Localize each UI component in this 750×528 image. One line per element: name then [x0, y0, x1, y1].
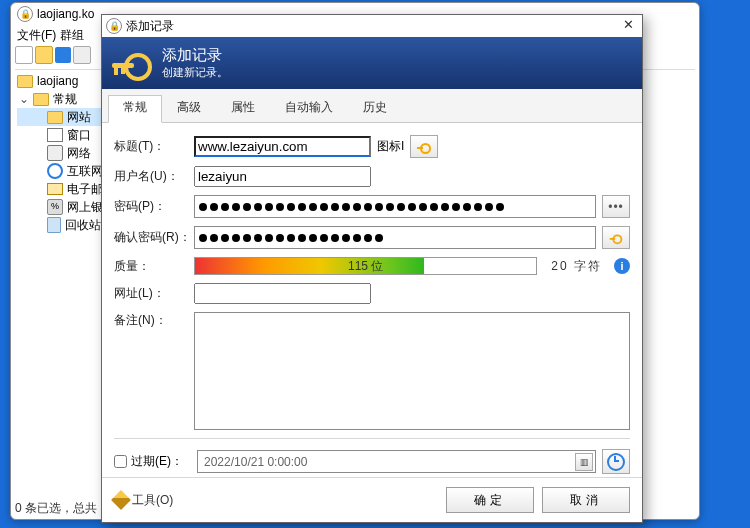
expire-presets-button[interactable]	[602, 449, 630, 474]
calendar-dropdown-icon[interactable]: ▥	[575, 453, 593, 471]
lock-icon: 🔒	[106, 18, 122, 34]
url-input[interactable]	[194, 283, 371, 304]
form-general: 标题(T)： 图标I 用户名(U)： 密码(P)： ••	[102, 123, 642, 477]
add-record-dialog: 🔒 添加记录 ✕ 添加记录 创建新记录。 常规 高级 属性 自动输入 历史 标题…	[101, 14, 643, 523]
new-icon[interactable]	[15, 46, 33, 64]
toolbar-icon[interactable]	[73, 46, 91, 64]
tools-button[interactable]: 工具(O)	[114, 492, 173, 509]
title-input[interactable]	[194, 136, 371, 157]
banner-title: 添加记录	[162, 46, 228, 65]
tab-history[interactable]: 历史	[348, 95, 402, 123]
username-input[interactable]	[194, 166, 371, 187]
window-icon	[47, 128, 63, 142]
expire-checkbox[interactable]	[114, 455, 127, 468]
label-password2: 确认密码(R)：	[114, 229, 194, 246]
menu-group[interactable]: 群组	[60, 27, 84, 44]
tab-advanced[interactable]: 高级	[162, 95, 216, 123]
tab-general[interactable]: 常规	[108, 95, 162, 123]
folder-icon	[47, 111, 63, 124]
percent-icon: %	[47, 199, 63, 215]
tab-props[interactable]: 属性	[216, 95, 270, 123]
folder-icon	[17, 75, 33, 88]
tabbar: 常规 高级 属性 自动输入 历史	[102, 89, 642, 123]
clock-icon	[607, 453, 625, 471]
label-user: 用户名(U)：	[114, 168, 194, 185]
cancel-button[interactable]: 取消	[542, 487, 630, 513]
choose-icon-button[interactable]	[410, 135, 438, 158]
notes-input[interactable]	[194, 312, 630, 430]
password-confirm-input[interactable]	[194, 226, 596, 249]
lock-icon: 🔒	[17, 6, 33, 22]
folder-icon	[33, 93, 49, 106]
trash-icon	[47, 217, 61, 233]
label-notes: 备注(N)：	[114, 312, 194, 329]
key-icon	[417, 140, 431, 154]
password2-dots	[199, 231, 386, 245]
mail-icon	[47, 183, 63, 195]
open-icon[interactable]	[35, 46, 53, 64]
tab-autotype[interactable]: 自动输入	[270, 95, 348, 123]
banner-subtitle: 创建新记录。	[162, 65, 228, 80]
key-icon	[112, 43, 152, 83]
expire-datetime[interactable]: 2022/10/21 0:00:00 ▥	[197, 450, 596, 473]
label-expire: 过期(E)：	[131, 453, 183, 470]
info-icon[interactable]: i	[614, 258, 630, 274]
label-password: 密码(P)：	[114, 198, 194, 215]
reveal-password-button[interactable]: •••	[602, 195, 630, 218]
menu-file[interactable]: 文件(F)	[17, 27, 56, 44]
password-input[interactable]	[194, 195, 596, 218]
dots-icon: •••	[608, 200, 624, 214]
close-button[interactable]: ✕	[618, 17, 638, 35]
password-dots	[199, 200, 507, 214]
network-icon	[47, 145, 63, 161]
label-icon: 图标I	[377, 138, 404, 155]
label-title: 标题(T)：	[114, 138, 194, 155]
dialog-title: 添加记录	[126, 18, 618, 35]
dialog-banner: 添加记录 创建新记录。	[102, 37, 642, 89]
label-quality: 质量：	[114, 258, 194, 275]
globe-icon	[47, 163, 63, 179]
separator	[114, 438, 630, 439]
label-url: 网址(L)：	[114, 285, 194, 302]
key-gen-icon	[610, 231, 623, 244]
generate-password-button[interactable]	[602, 226, 630, 249]
main-title: laojiang.ko	[37, 7, 94, 21]
chevron-down-icon[interactable]: ⌄	[19, 90, 29, 108]
save-icon[interactable]	[55, 47, 71, 63]
quality-meter: 115 位	[194, 257, 537, 275]
quality-chars: 20 字符	[551, 258, 602, 275]
dialog-footer: 工具(O) 确定 取消	[102, 477, 642, 522]
wand-icon	[111, 490, 131, 510]
quality-bits: 115 位	[195, 258, 536, 274]
ok-button[interactable]: 确定	[446, 487, 534, 513]
dialog-titlebar[interactable]: 🔒 添加记录 ✕	[102, 15, 642, 37]
